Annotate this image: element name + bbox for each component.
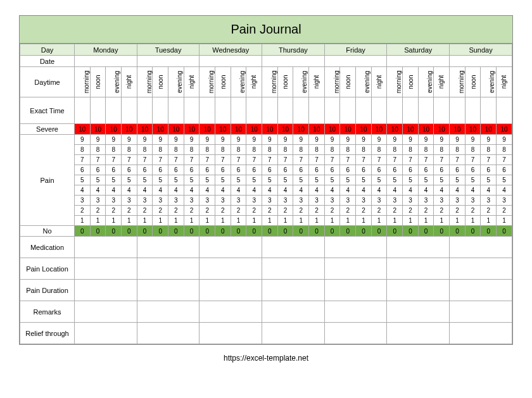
daytime-6-0: morning — [450, 67, 466, 97]
footer-link: https://excel-template.net — [19, 354, 513, 363]
journal-title: Pain Journal — [20, 16, 512, 44]
daytime-4-3: night — [371, 67, 387, 97]
daytime-1-2: evening — [168, 67, 184, 97]
daytime-1-0: morning — [137, 67, 153, 97]
daytime-2-2: evening — [231, 67, 246, 97]
daytime-0-3: night — [122, 67, 137, 97]
header-day-5: Saturday — [387, 44, 450, 56]
row-label-painDuration: Pain Duration — [20, 280, 75, 301]
daytime-3-2: evening — [293, 67, 309, 97]
daytime-6-3: night — [497, 67, 512, 97]
row-label-remarks: Remarks — [20, 301, 75, 323]
daytime-5-3: night — [434, 67, 450, 97]
daytime-4-0: morning — [324, 67, 340, 97]
header-day-3: Thursday — [262, 44, 325, 56]
row-label-no: No — [20, 226, 75, 237]
daytime-6-1: noon — [465, 67, 481, 97]
row-label-pain: Pain — [20, 135, 75, 226]
row-label-exact-time: Exact Time — [20, 97, 75, 124]
row-label-relief: Relief through — [20, 323, 75, 344]
daytime-1-3: night — [184, 67, 200, 97]
daytime-2-3: night — [246, 67, 262, 97]
daytime-1-1: noon — [153, 67, 168, 97]
row-label-date: Date — [20, 56, 75, 67]
journal-grid: DayMondayTuesdayWednesdayThursdayFridayS… — [20, 44, 512, 344]
daytime-6-2: evening — [481, 67, 497, 97]
daytime-3-1: noon — [277, 67, 293, 97]
daytime-2-0: morning — [200, 67, 215, 97]
header-day-2: Wednesday — [200, 44, 262, 56]
daytime-2-1: noon — [215, 67, 231, 97]
pain-journal-table: Pain Journal DayMondayTuesdayWednesdayTh… — [19, 15, 513, 345]
row-label-painLocation: Pain Location — [20, 258, 75, 280]
header-day-4: Friday — [324, 44, 387, 56]
row-label-medication: Medication — [20, 237, 75, 258]
header-day-1: Tuesday — [137, 44, 200, 56]
row-label-severe: Severe — [20, 124, 75, 135]
header-day: Day — [20, 44, 75, 56]
daytime-0-2: evening — [106, 67, 122, 97]
daytime-4-2: evening — [356, 67, 372, 97]
daytime-0-0: morning — [75, 67, 91, 97]
daytime-5-2: evening — [418, 67, 434, 97]
daytime-3-3: night — [309, 67, 325, 97]
header-day-0: Monday — [75, 44, 137, 56]
daytime-5-0: morning — [387, 67, 403, 97]
header-day-6: Sunday — [450, 44, 512, 56]
daytime-4-1: noon — [340, 67, 356, 97]
row-label-daytime: Daytime — [20, 67, 75, 97]
daytime-3-0: morning — [262, 67, 278, 97]
daytime-5-1: noon — [403, 67, 419, 97]
daytime-0-1: noon — [90, 67, 106, 97]
